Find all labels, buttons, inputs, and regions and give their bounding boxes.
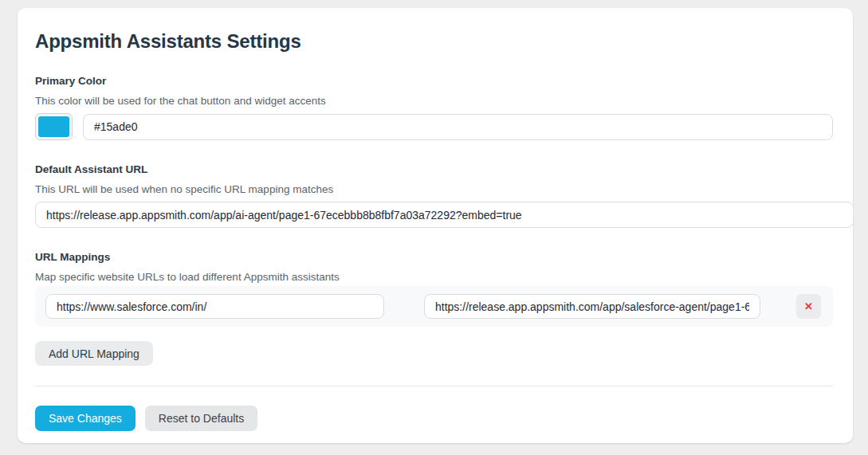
reset-defaults-button[interactable]: Reset to Defaults	[145, 406, 257, 431]
delete-mapping-button[interactable]: ✕	[796, 294, 821, 319]
primary-color-row	[35, 113, 833, 140]
default-assistant-url-input[interactable]	[35, 202, 853, 228]
color-picker-button[interactable]	[35, 113, 73, 140]
url-mappings-help: Map specific website URLs to load differ…	[35, 271, 833, 283]
url-mapping-row: ✕	[35, 286, 833, 327]
mapping-website-url-input[interactable]	[45, 294, 384, 319]
url-mappings-section: URL Mappings Map specific website URLs t…	[35, 251, 833, 366]
save-changes-button[interactable]: Save Changes	[35, 406, 136, 431]
primary-color-label: Primary Color	[35, 75, 833, 87]
mapping-assistant-url-input[interactable]	[424, 294, 760, 319]
color-swatch	[38, 116, 69, 137]
default-assistant-url-help: This URL will be used when no specific U…	[35, 183, 833, 195]
settings-card: Appsmith Assistants Settings Primary Col…	[18, 8, 853, 443]
url-mappings-label: URL Mappings	[35, 251, 833, 263]
default-assistant-url-section: Default Assistant URL This URL will be u…	[35, 163, 833, 228]
primary-color-help: This color will be used for the chat but…	[35, 95, 833, 107]
page-background: Appsmith Assistants Settings Primary Col…	[0, 0, 868, 455]
delete-x-icon: ✕	[804, 300, 813, 312]
footer-divider	[35, 386, 833, 386]
default-assistant-url-label: Default Assistant URL	[35, 163, 833, 175]
primary-color-input[interactable]	[83, 114, 833, 140]
page-title: Appsmith Assistants Settings	[35, 30, 833, 52]
add-url-mapping-button[interactable]: Add URL Mapping	[35, 341, 153, 366]
primary-color-section: Primary Color This color will be used fo…	[35, 75, 833, 140]
footer-actions: Save Changes Reset to Defaults	[35, 406, 833, 431]
